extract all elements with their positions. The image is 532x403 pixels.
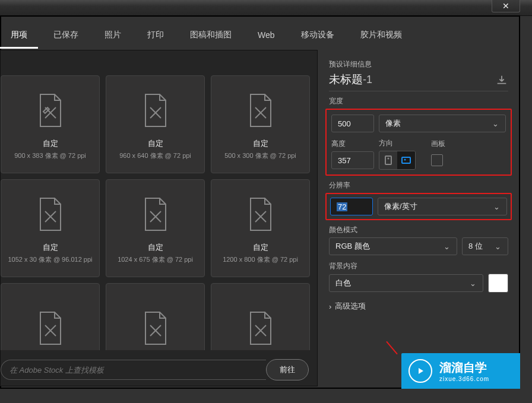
preset-card-6[interactable] [1,283,100,350]
document-name-input[interactable]: 未标题-1 [329,72,495,87]
artboard-label: 画板 [431,139,445,149]
chevron-down-icon: ⌄ [491,119,499,128]
preset-meta: 500 x 300 像素 @ 72 ppi [224,151,296,160]
preset-meta: 1024 x 675 像素 @ 72 ppi [118,255,193,264]
width-unit-value: 像素 [385,118,401,129]
dialog-body: 自定 900 x 383 像素 @ 72 ppi 自定 960 x 640 像素… [0,50,532,386]
preset-card-7[interactable] [106,283,205,350]
preset-card-2[interactable]: 自定 500 x 300 像素 @ 72 ppi [211,75,310,173]
document-icon [142,197,169,231]
width-label: 宽度 [329,96,508,106]
new-document-dialog: ✕ 用项 已保存 照片 打印 图稿和插图 Web 移动设备 胶片和视频 [0,0,532,403]
tab-art[interactable]: 图稿和插图 [179,23,242,49]
advanced-options-toggle[interactable]: › 高级选项 [329,301,508,312]
stock-search-input[interactable] [1,360,266,380]
color-mode-dropdown[interactable]: RGB 颜色 ⌄ [329,237,457,255]
orientation-portrait[interactable] [379,151,397,169]
document-icon [247,93,274,128]
preset-name: 自定 [43,138,58,149]
preset-card-4[interactable]: 自定 1024 x 675 像素 @ 72 ppi [106,179,205,277]
width-input[interactable]: 500 [331,115,374,132]
svg-marker-23 [419,368,423,374]
preset-name: 自定 [148,242,163,253]
chevron-down-icon: ⌄ [492,202,501,211]
category-tabs: 用项 已保存 照片 打印 图稿和插图 Web 移动设备 胶片和视频 [0,21,532,50]
background-label: 背景内容 [329,261,508,271]
chevron-down-icon: ⌄ [493,242,502,251]
bit-depth-dropdown[interactable]: 8 位 ⌄ [462,237,508,255]
stock-search-footer: 前往 [1,357,309,382]
window-close-button[interactable]: ✕ [492,0,520,12]
dimension-group-highlight: 500 像素 ⌄ 高度 357 方向 [325,109,512,176]
background-value: 白色 [335,278,351,288]
resolution-group-highlight: 72 像素/英寸 ⌄ [325,193,512,220]
color-mode-label: 颜色模式 [329,225,508,235]
preset-meta: 1200 x 800 像素 @ 72 ppi [223,255,298,264]
preset-meta: 1052 x 30 像素 @ 96.012 ppi [8,255,92,264]
document-name-suffix: -1 [363,74,372,85]
document-name-main: 未标题 [329,73,363,85]
background-dropdown[interactable]: 白色 ⌄ [329,274,483,292]
width-unit-dropdown[interactable]: 像素 ⌄ [379,115,506,132]
tab-web[interactable]: Web [247,23,286,48]
orientation-label: 方向 [379,138,416,148]
preset-name: 自定 [148,138,163,149]
tab-mobile[interactable]: 移动设备 [290,23,345,49]
preset-detail-panel: 预设详细信息 未标题-1 宽度 500 像素 ⌄ [318,50,519,386]
chevron-right-icon: › [329,302,331,311]
close-icon: ✕ [502,1,509,11]
preset-detail-heading: 预设详细信息 [329,59,508,69]
svg-rect-2 [43,107,49,113]
resolution-unit-dropdown[interactable]: 像素/英寸 ⌄ [378,198,507,215]
preset-name: 自定 [253,138,268,149]
document-icon [247,197,274,231]
preset-card-1[interactable]: 自定 960 x 640 像素 @ 72 ppi [106,75,205,173]
stock-go-button[interactable]: 前往 [266,359,309,380]
tab-saved[interactable]: 已保存 [43,23,89,49]
preset-card-8[interactable] [211,283,310,350]
background-color-swatch[interactable] [488,274,508,293]
tab-recent[interactable]: 用项 [0,23,38,49]
preset-grid: 自定 900 x 383 像素 @ 72 ppi 自定 960 x 640 像素… [1,75,317,350]
preset-card-3[interactable]: 自定 1052 x 30 像素 @ 96.012 ppi [1,179,100,277]
document-icon [247,311,274,345]
orientation-landscape[interactable] [397,151,415,169]
color-mode-value: RGB 颜色 [335,241,370,252]
watermark-badge: 溜溜自学 zixue.3d66.com [401,353,520,389]
height-label: 高度 [331,139,374,149]
document-name-row: 未标题-1 [329,69,508,91]
play-icon [408,359,432,383]
document-icon [37,93,64,128]
resolution-input[interactable]: 72 [330,198,373,215]
advanced-options-label: 高级选项 [335,301,366,312]
preset-card-5[interactable]: 自定 1200 x 800 像素 @ 72 ppi [211,179,310,277]
chevron-down-icon: ⌄ [442,242,451,251]
resolution-unit-value: 像素/英寸 [384,201,417,212]
preset-name: 自定 [43,242,58,253]
window-titlebar [0,0,532,16]
document-icon [37,311,64,345]
height-input[interactable]: 357 [331,151,374,169]
preset-card-0[interactable]: 自定 900 x 383 像素 @ 72 ppi [1,75,100,173]
orientation-toggle [379,151,416,170]
preset-name: 自定 [253,242,268,253]
resolution-label: 分辨率 [329,180,508,191]
svg-point-20 [388,158,390,160]
tab-photo[interactable]: 照片 [94,23,132,49]
preset-panel: 自定 900 x 383 像素 @ 72 ppi 自定 960 x 640 像素… [0,50,318,386]
bit-depth-value: 8 位 [468,241,483,252]
artboard-checkbox[interactable] [431,154,443,166]
svg-point-22 [404,159,406,161]
tab-print[interactable]: 打印 [137,23,175,49]
document-icon [142,311,169,345]
resolution-value: 72 [337,202,347,211]
document-icon [37,197,64,231]
chevron-down-icon: ⌄ [468,279,477,288]
svg-rect-19 [385,156,391,164]
preset-meta: 960 x 640 像素 @ 72 ppi [119,151,191,160]
save-preset-icon[interactable] [495,75,508,84]
tab-film[interactable]: 胶片和视频 [350,23,413,49]
preset-meta: 900 x 383 像素 @ 72 ppi [14,151,86,160]
watermark-title: 溜溜自学 [439,360,489,376]
watermark-subtitle: zixue.3d66.com [439,376,489,382]
